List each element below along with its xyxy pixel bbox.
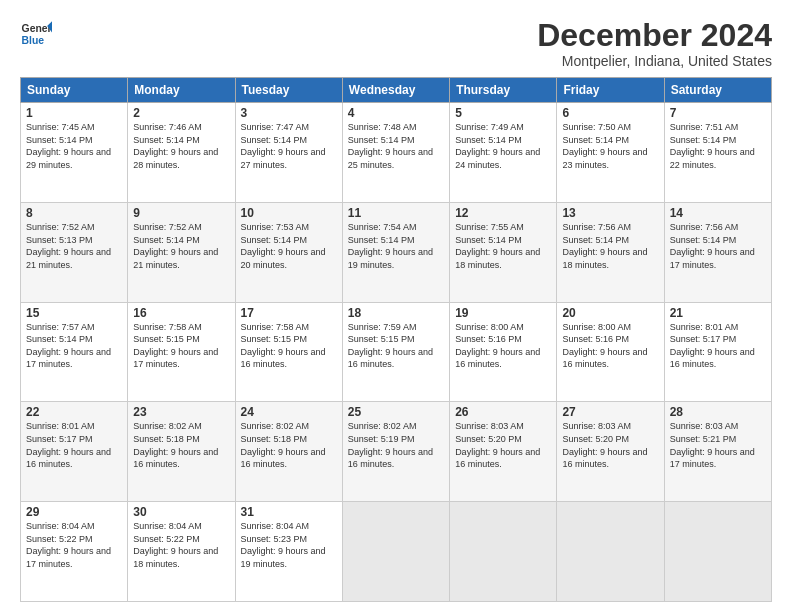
- day-number: 24: [241, 405, 337, 419]
- table-row: 27Sunrise: 8:03 AMSunset: 5:20 PMDayligh…: [557, 402, 664, 502]
- day-info: Sunrise: 8:04 AMSunset: 5:22 PMDaylight:…: [133, 521, 218, 569]
- day-info: Sunrise: 8:01 AMSunset: 5:17 PMDaylight:…: [670, 322, 755, 370]
- day-info: Sunrise: 8:03 AMSunset: 5:20 PMDaylight:…: [562, 421, 647, 469]
- day-info: Sunrise: 7:58 AMSunset: 5:15 PMDaylight:…: [241, 322, 326, 370]
- col-wednesday: Wednesday: [342, 78, 449, 103]
- table-row: 26Sunrise: 8:03 AMSunset: 5:20 PMDayligh…: [450, 402, 557, 502]
- day-number: 7: [670, 106, 766, 120]
- day-number: 26: [455, 405, 551, 419]
- table-row: 17Sunrise: 7:58 AMSunset: 5:15 PMDayligh…: [235, 302, 342, 402]
- day-number: 11: [348, 206, 444, 220]
- table-row: 3Sunrise: 7:47 AMSunset: 5:14 PMDaylight…: [235, 103, 342, 203]
- day-number: 3: [241, 106, 337, 120]
- day-number: 4: [348, 106, 444, 120]
- table-row: 5Sunrise: 7:49 AMSunset: 5:14 PMDaylight…: [450, 103, 557, 203]
- col-tuesday: Tuesday: [235, 78, 342, 103]
- table-row: 1Sunrise: 7:45 AMSunset: 5:14 PMDaylight…: [21, 103, 128, 203]
- day-number: 2: [133, 106, 229, 120]
- day-info: Sunrise: 8:00 AMSunset: 5:16 PMDaylight:…: [455, 322, 540, 370]
- table-row: [664, 502, 771, 602]
- calendar-week-row: 29Sunrise: 8:04 AMSunset: 5:22 PMDayligh…: [21, 502, 772, 602]
- day-info: Sunrise: 7:53 AMSunset: 5:14 PMDaylight:…: [241, 222, 326, 270]
- page: General Blue December 2024 Montpelier, I…: [0, 0, 792, 612]
- day-number: 13: [562, 206, 658, 220]
- day-info: Sunrise: 7:52 AMSunset: 5:14 PMDaylight:…: [133, 222, 218, 270]
- day-info: Sunrise: 7:54 AMSunset: 5:14 PMDaylight:…: [348, 222, 433, 270]
- day-info: Sunrise: 7:48 AMSunset: 5:14 PMDaylight:…: [348, 122, 433, 170]
- calendar-table: Sunday Monday Tuesday Wednesday Thursday…: [20, 77, 772, 602]
- day-number: 15: [26, 306, 122, 320]
- day-info: Sunrise: 7:47 AMSunset: 5:14 PMDaylight:…: [241, 122, 326, 170]
- table-row: 13Sunrise: 7:56 AMSunset: 5:14 PMDayligh…: [557, 202, 664, 302]
- table-row: 4Sunrise: 7:48 AMSunset: 5:14 PMDaylight…: [342, 103, 449, 203]
- day-info: Sunrise: 7:50 AMSunset: 5:14 PMDaylight:…: [562, 122, 647, 170]
- table-row: 14Sunrise: 7:56 AMSunset: 5:14 PMDayligh…: [664, 202, 771, 302]
- day-info: Sunrise: 8:03 AMSunset: 5:20 PMDaylight:…: [455, 421, 540, 469]
- day-number: 10: [241, 206, 337, 220]
- day-info: Sunrise: 8:04 AMSunset: 5:22 PMDaylight:…: [26, 521, 111, 569]
- day-number: 16: [133, 306, 229, 320]
- day-number: 22: [26, 405, 122, 419]
- day-number: 31: [241, 505, 337, 519]
- svg-text:Blue: Blue: [22, 35, 45, 46]
- col-sunday: Sunday: [21, 78, 128, 103]
- table-row: 23Sunrise: 8:02 AMSunset: 5:18 PMDayligh…: [128, 402, 235, 502]
- header: General Blue December 2024 Montpelier, I…: [20, 18, 772, 69]
- day-number: 21: [670, 306, 766, 320]
- logo-icon: General Blue: [20, 18, 52, 50]
- table-row: [450, 502, 557, 602]
- col-monday: Monday: [128, 78, 235, 103]
- col-friday: Friday: [557, 78, 664, 103]
- day-number: 30: [133, 505, 229, 519]
- day-info: Sunrise: 7:56 AMSunset: 5:14 PMDaylight:…: [562, 222, 647, 270]
- table-row: 20Sunrise: 8:00 AMSunset: 5:16 PMDayligh…: [557, 302, 664, 402]
- day-info: Sunrise: 8:04 AMSunset: 5:23 PMDaylight:…: [241, 521, 326, 569]
- title-block: December 2024 Montpelier, Indiana, Unite…: [537, 18, 772, 69]
- logo: General Blue: [20, 18, 52, 50]
- svg-text:General: General: [22, 23, 52, 34]
- month-title: December 2024: [537, 18, 772, 53]
- table-row: 28Sunrise: 8:03 AMSunset: 5:21 PMDayligh…: [664, 402, 771, 502]
- table-row: 22Sunrise: 8:01 AMSunset: 5:17 PMDayligh…: [21, 402, 128, 502]
- day-number: 28: [670, 405, 766, 419]
- day-info: Sunrise: 7:55 AMSunset: 5:14 PMDaylight:…: [455, 222, 540, 270]
- day-number: 23: [133, 405, 229, 419]
- day-number: 1: [26, 106, 122, 120]
- table-row: 9Sunrise: 7:52 AMSunset: 5:14 PMDaylight…: [128, 202, 235, 302]
- col-thursday: Thursday: [450, 78, 557, 103]
- table-row: 8Sunrise: 7:52 AMSunset: 5:13 PMDaylight…: [21, 202, 128, 302]
- day-number: 29: [26, 505, 122, 519]
- day-info: Sunrise: 8:02 AMSunset: 5:18 PMDaylight:…: [133, 421, 218, 469]
- calendar-header-row: Sunday Monday Tuesday Wednesday Thursday…: [21, 78, 772, 103]
- day-info: Sunrise: 7:57 AMSunset: 5:14 PMDaylight:…: [26, 322, 111, 370]
- day-number: 12: [455, 206, 551, 220]
- day-info: Sunrise: 8:00 AMSunset: 5:16 PMDaylight:…: [562, 322, 647, 370]
- day-info: Sunrise: 7:49 AMSunset: 5:14 PMDaylight:…: [455, 122, 540, 170]
- table-row: 30Sunrise: 8:04 AMSunset: 5:22 PMDayligh…: [128, 502, 235, 602]
- day-info: Sunrise: 8:02 AMSunset: 5:19 PMDaylight:…: [348, 421, 433, 469]
- table-row: 15Sunrise: 7:57 AMSunset: 5:14 PMDayligh…: [21, 302, 128, 402]
- calendar-week-row: 15Sunrise: 7:57 AMSunset: 5:14 PMDayligh…: [21, 302, 772, 402]
- table-row: 18Sunrise: 7:59 AMSunset: 5:15 PMDayligh…: [342, 302, 449, 402]
- location: Montpelier, Indiana, United States: [537, 53, 772, 69]
- day-info: Sunrise: 7:59 AMSunset: 5:15 PMDaylight:…: [348, 322, 433, 370]
- table-row: 2Sunrise: 7:46 AMSunset: 5:14 PMDaylight…: [128, 103, 235, 203]
- day-info: Sunrise: 7:56 AMSunset: 5:14 PMDaylight:…: [670, 222, 755, 270]
- table-row: [557, 502, 664, 602]
- table-row: 12Sunrise: 7:55 AMSunset: 5:14 PMDayligh…: [450, 202, 557, 302]
- table-row: 31Sunrise: 8:04 AMSunset: 5:23 PMDayligh…: [235, 502, 342, 602]
- table-row: 11Sunrise: 7:54 AMSunset: 5:14 PMDayligh…: [342, 202, 449, 302]
- day-info: Sunrise: 7:45 AMSunset: 5:14 PMDaylight:…: [26, 122, 111, 170]
- calendar-week-row: 22Sunrise: 8:01 AMSunset: 5:17 PMDayligh…: [21, 402, 772, 502]
- table-row: 25Sunrise: 8:02 AMSunset: 5:19 PMDayligh…: [342, 402, 449, 502]
- day-info: Sunrise: 7:46 AMSunset: 5:14 PMDaylight:…: [133, 122, 218, 170]
- day-info: Sunrise: 7:58 AMSunset: 5:15 PMDaylight:…: [133, 322, 218, 370]
- table-row: 16Sunrise: 7:58 AMSunset: 5:15 PMDayligh…: [128, 302, 235, 402]
- table-row: 29Sunrise: 8:04 AMSunset: 5:22 PMDayligh…: [21, 502, 128, 602]
- day-info: Sunrise: 8:02 AMSunset: 5:18 PMDaylight:…: [241, 421, 326, 469]
- table-row: 7Sunrise: 7:51 AMSunset: 5:14 PMDaylight…: [664, 103, 771, 203]
- day-number: 9: [133, 206, 229, 220]
- day-info: Sunrise: 7:52 AMSunset: 5:13 PMDaylight:…: [26, 222, 111, 270]
- table-row: 24Sunrise: 8:02 AMSunset: 5:18 PMDayligh…: [235, 402, 342, 502]
- day-number: 27: [562, 405, 658, 419]
